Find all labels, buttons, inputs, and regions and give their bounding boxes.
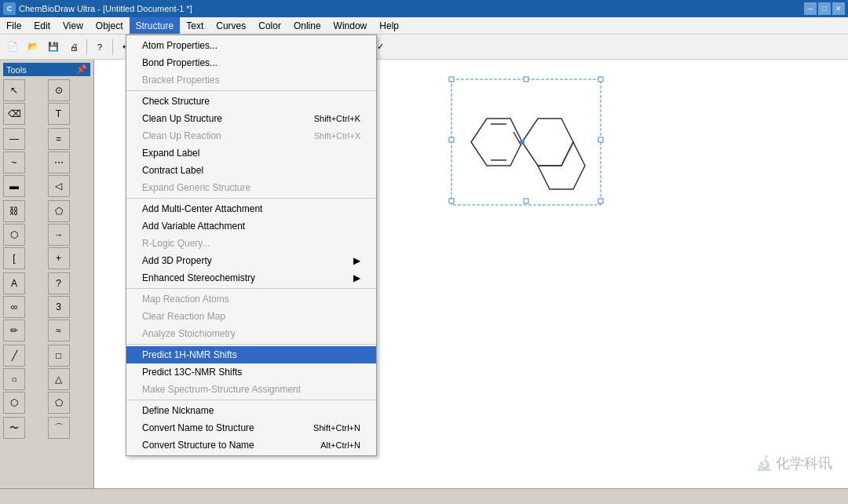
tool-spectrum[interactable]: ≈ xyxy=(48,320,70,341)
svg-rect-6 xyxy=(449,199,454,203)
tool-wave[interactable]: 〜 xyxy=(3,417,25,439)
cleanup-structure-shortcut: Shift+Ctrl+K xyxy=(314,114,360,123)
menu-expand-label[interactable]: Expand Label xyxy=(126,144,376,162)
menu-file[interactable]: File xyxy=(0,17,27,34)
tool-select[interactable]: ↖ xyxy=(3,79,25,101)
tool-curve[interactable]: ⌒ xyxy=(48,417,70,439)
tools-pin[interactable]: 📌 xyxy=(76,64,87,75)
minimize-button[interactable]: ─ xyxy=(804,2,817,15)
svg-line-11 xyxy=(514,132,521,144)
tool-bold[interactable]: ▬ xyxy=(3,175,25,197)
tool-query[interactable]: ? xyxy=(48,272,70,294)
tool-text[interactable]: T xyxy=(48,103,70,125)
menu-help[interactable]: Help xyxy=(373,17,405,34)
print-button[interactable]: 🖨 xyxy=(64,38,83,57)
chemical-structure[interactable] xyxy=(448,75,605,211)
svg-rect-0 xyxy=(451,79,601,205)
menu-cleanup-structure[interactable]: Clean Up Structure Shift+Ctrl+K xyxy=(126,110,376,127)
menu-check-structure[interactable]: Check Structure xyxy=(126,93,376,110)
convert-name-to-structure-label: Convert Name to Structure xyxy=(142,422,254,433)
tool-wavy[interactable]: ~ xyxy=(3,152,25,173)
sep-1 xyxy=(126,90,376,91)
tool-wedge[interactable]: ◁ xyxy=(48,175,70,197)
convert-name-to-structure-shortcut: Shift+Ctrl+N xyxy=(313,423,360,433)
define-nickname-label: Define Nickname xyxy=(142,405,214,416)
app-icon: C xyxy=(3,2,16,15)
menu-window[interactable]: Window xyxy=(327,17,374,34)
sep-4 xyxy=(126,344,376,345)
menu-atom-properties[interactable]: Atom Properties... xyxy=(126,37,376,54)
tools-shape-section: ⛓ ⬠ ⬡ → [ + xyxy=(3,200,90,269)
tool-ring5[interactable]: ⬠ xyxy=(48,200,70,222)
add-3d-label: Add 3D Property xyxy=(142,255,212,266)
tool-atom[interactable]: A xyxy=(3,272,25,294)
tool-bond-double[interactable]: = xyxy=(48,128,70,150)
menu-enhanced-stereo[interactable]: Enhanced Stereochemistry ▶ xyxy=(126,269,376,287)
menu-bar: File Edit View Object Structure Text Cur… xyxy=(0,17,848,35)
menu-convert-name-to-structure[interactable]: Convert Name to Structure Shift+Ctrl+N xyxy=(126,419,376,436)
sep-3 xyxy=(126,288,376,289)
menu-online[interactable]: Online xyxy=(287,17,327,34)
tool-orbital[interactable]: ∞ xyxy=(3,296,25,318)
menu-add-variable[interactable]: Add Variable Attachment xyxy=(126,217,376,235)
tool-eraser[interactable]: ⌫ xyxy=(3,103,25,125)
menu-expand-generic: Expand Generic Structure xyxy=(126,179,376,196)
tool-circle[interactable]: ○ xyxy=(3,368,25,390)
tool-ring6[interactable]: ⬡ xyxy=(3,224,25,246)
menu-contract-label[interactable]: Contract Label xyxy=(126,162,376,179)
open-button[interactable]: 📂 xyxy=(24,38,42,57)
watermark-icon: 🔬 xyxy=(755,455,773,472)
tool-line[interactable]: ╱ xyxy=(3,345,25,367)
tool-plus[interactable]: + xyxy=(48,247,70,269)
menu-predict-1h-nmr[interactable]: Predict 1H-NMR Shifts xyxy=(126,346,376,363)
menu-edit[interactable]: Edit xyxy=(27,17,57,34)
menu-clear-reaction-map: Clear Reaction Map xyxy=(126,308,376,325)
menu-define-nickname[interactable]: Define Nickname xyxy=(126,402,376,419)
menu-make-spectrum: Make Spectrum-Structure Assignment xyxy=(126,381,376,398)
svg-point-15 xyxy=(520,140,525,144)
svg-rect-2 xyxy=(598,77,603,82)
tools-header: Tools 📌 xyxy=(3,63,90,76)
menu-view[interactable]: View xyxy=(57,17,90,34)
menu-add-3d[interactable]: Add 3D Property ▶ xyxy=(126,252,376,269)
menu-add-multicenter[interactable]: Add Multi-Center Attachment xyxy=(126,200,376,217)
add-multicenter-label: Add Multi-Center Attachment xyxy=(142,203,262,214)
menu-predict-13c-nmr[interactable]: Predict 13C-NMR Shifts xyxy=(126,363,376,381)
tool-bracket[interactable]: [ xyxy=(3,247,25,269)
save-button[interactable]: 💾 xyxy=(44,38,63,57)
menu-bond-properties[interactable]: Bond Properties... xyxy=(126,54,376,71)
watermark-text: 化学科讯 xyxy=(776,454,832,473)
tool-rect[interactable]: □ xyxy=(48,345,70,367)
close-button[interactable]: ✕ xyxy=(832,2,845,15)
title-text: ChemBioDraw Ultra - [Untitled Document-1… xyxy=(19,4,192,13)
tool-hexagon[interactable]: ⬡ xyxy=(3,392,25,414)
menu-text[interactable]: Text xyxy=(180,17,210,34)
expand-label-label: Expand Label xyxy=(142,148,199,159)
menu-structure[interactable]: Structure xyxy=(130,17,181,34)
tool-triangle[interactable]: △ xyxy=(48,368,70,390)
atom-properties-label: Atom Properties... xyxy=(142,40,217,51)
predict-1h-nmr-label: Predict 1H-NMR Shifts xyxy=(142,349,237,360)
tool-pentagon[interactable]: ⬠ xyxy=(48,392,70,414)
menu-convert-structure-to-name[interactable]: Convert Structure to Name Alt+Ctrl+N xyxy=(126,436,376,454)
menu-object[interactable]: Object xyxy=(90,17,130,34)
menu-analyze-stoichiometry: Analyze Stoichiometry xyxy=(126,325,376,342)
r-logic-label: R-Logic Query... xyxy=(142,238,210,249)
tool-lasso[interactable]: ⊙ xyxy=(48,79,70,101)
tool-3d[interactable]: 3 xyxy=(48,296,70,318)
menu-map-reaction-atoms: Map Reaction Atoms xyxy=(126,290,376,308)
help-button[interactable]: ? xyxy=(90,38,109,57)
menu-curves[interactable]: Curves xyxy=(210,17,252,34)
tool-pen[interactable]: ✏ xyxy=(3,320,25,341)
tools-bond-section: — = ~ ⋯ ▬ ◁ xyxy=(3,128,90,197)
tool-dashed[interactable]: ⋯ xyxy=(48,152,70,173)
tool-bond-single[interactable]: — xyxy=(3,128,25,150)
sep-2 xyxy=(126,198,376,199)
convert-structure-to-name-label: Convert Structure to Name xyxy=(142,440,254,451)
tool-chain[interactable]: ⛓ xyxy=(3,200,25,222)
sep-5 xyxy=(126,400,376,400)
menu-color[interactable]: Color xyxy=(252,17,287,34)
tool-arrow[interactable]: → xyxy=(48,224,70,246)
new-button[interactable]: 📄 xyxy=(3,38,22,57)
maximize-button[interactable]: □ xyxy=(818,2,831,15)
